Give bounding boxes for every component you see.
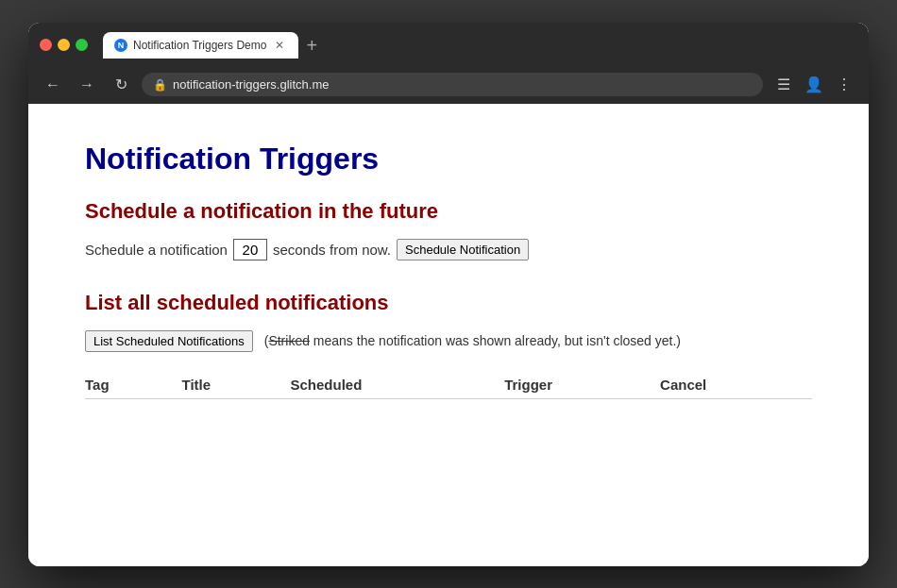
new-tab-button[interactable]: + [298,32,325,59]
active-tab[interactable]: N Notification Triggers Demo ✕ [103,32,298,59]
browser-window: N Notification Triggers Demo ✕ + ← → ↻ 🔒… [28,23,869,566]
schedule-seconds-input[interactable] [233,239,267,260]
schedule-suffix-label: seconds from now. [273,242,391,258]
notifications-table: Tag Title Scheduled Trigger Cancel [85,371,812,399]
reader-mode-button[interactable]: ☰ [770,72,797,98]
account-button[interactable]: 👤 [801,72,827,98]
section2-title: List all scheduled notifications [85,291,812,315]
page-title: Notification Triggers [85,142,812,176]
tab-close-button[interactable]: ✕ [272,38,287,53]
refresh-button[interactable]: ↻ [108,72,134,98]
navigation-bar: ← → ↻ 🔒 notification-triggers.glitch.me … [28,66,869,104]
more-options-button[interactable]: ⋮ [831,72,857,98]
schedule-notification-button[interactable]: Schedule Notification [397,239,529,260]
list-note-suffix: means the notification was shown already… [310,333,681,348]
col-header-trigger: Trigger [504,371,660,399]
list-note: (Striked means the notification was show… [264,333,681,348]
schedule-row: Schedule a notification seconds from now… [85,239,812,260]
title-bar: N Notification Triggers Demo ✕ + [28,23,869,66]
nav-actions: ☰ 👤 ⋮ [770,72,857,98]
list-scheduled-row: List Scheduled Notifications (Striked me… [85,330,812,352]
section1-title: Schedule a notification in the future [85,199,812,224]
tab-favicon: N [114,39,127,52]
col-header-title: Title [182,371,291,399]
col-header-tag: Tag [85,371,182,399]
page-content: Notification Triggers Schedule a notific… [28,104,869,566]
col-header-scheduled: Scheduled [290,371,504,399]
striked-text: Striked [268,333,310,348]
maximize-button[interactable] [76,39,88,51]
address-bar[interactable]: 🔒 notification-triggers.glitch.me [142,73,763,96]
lock-icon: 🔒 [153,78,167,92]
back-button[interactable]: ← [40,72,66,98]
forward-button[interactable]: → [74,72,100,98]
tabs-row: N Notification Triggers Demo ✕ + [103,32,857,59]
traffic-lights [40,39,88,51]
url-text: notification-triggers.glitch.me [173,77,752,92]
list-scheduled-notifications-button[interactable]: List Scheduled Notifications [85,330,253,352]
minimize-button[interactable] [58,39,70,51]
close-button[interactable] [40,39,52,51]
col-header-cancel: Cancel [660,371,812,399]
tab-title: Notification Triggers Demo [133,39,266,52]
schedule-prefix-label: Schedule a notification [85,242,228,258]
table-header-row: Tag Title Scheduled Trigger Cancel [85,371,812,399]
